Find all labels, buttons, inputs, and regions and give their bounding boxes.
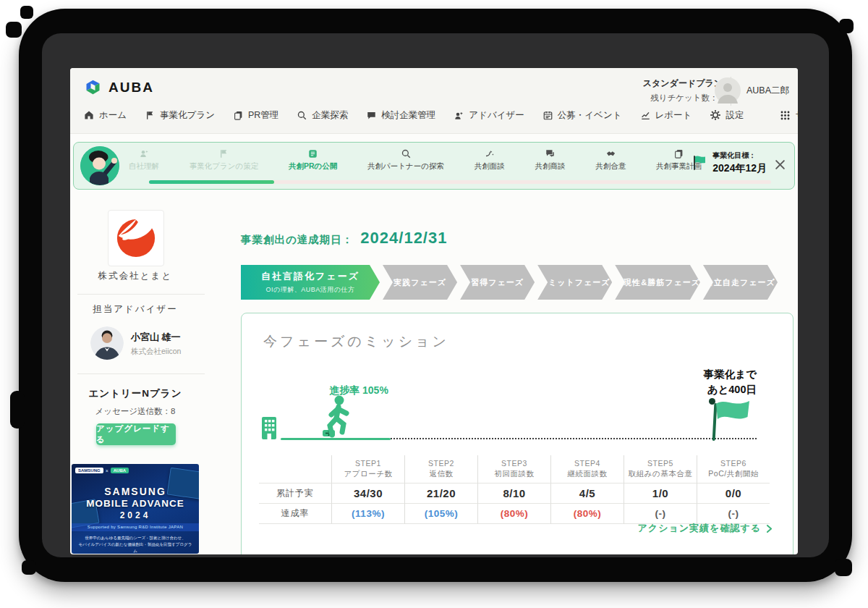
- advisor-heading: 担当アドバイザー: [77, 303, 193, 316]
- phase-practice: 実践フェーズ: [383, 265, 457, 300]
- banner-desc-1: 世界中のあらゆる最先端のシーズ・技術と掛け合わせ、: [77, 535, 194, 541]
- journey-step-negotiation[interactable]: 共創商談: [535, 148, 565, 172]
- table-header-step4: STEP4継続面談数: [550, 455, 624, 483]
- nav-item-settings[interactable]: 設定: [710, 109, 744, 122]
- nav-label: PR管理: [248, 109, 278, 122]
- table-cell-rate-6: (-): [697, 503, 770, 524]
- header: AUBA スタンダードプラン 残りチケット数：4 AUBA二郎 ホーム 事業化プ…: [70, 68, 798, 134]
- main-nav: ホーム 事業化プラン PR管理 企業探索 検討企業管理 アドバイザー: [83, 103, 788, 127]
- sidebar-divider: [77, 294, 205, 295]
- phase-self-sustained: 自立自走フェーズ: [703, 265, 778, 300]
- table-cell-actual-3: 8/10: [477, 483, 550, 503]
- countdown-line-2: あと400日: [647, 382, 757, 397]
- close-icon[interactable]: [775, 159, 786, 173]
- documents-icon: [673, 148, 684, 159]
- journey-step-label: 共創PRの公開: [289, 161, 337, 172]
- journey-step-pr[interactable]: 共創PRの公開: [289, 148, 337, 172]
- journey-step-label: 共創面談: [475, 161, 505, 172]
- table-header-step6: STEP6PoC/共創開始: [697, 455, 770, 483]
- nav-item-advisor[interactable]: アドバイザー: [454, 109, 524, 122]
- nav-label: ホーム: [99, 109, 127, 122]
- nav-label: レポート: [655, 109, 692, 122]
- nav-item-pr[interactable]: PR管理: [233, 109, 278, 122]
- nav-item-business-plan[interactable]: 事業化プラン: [145, 109, 215, 122]
- chat-icon: [366, 110, 377, 121]
- phase-label: 習得フェーズ: [471, 277, 524, 288]
- journey-step-label: 事業化プランの策定: [190, 161, 258, 172]
- journey-step-plan[interactable]: 事業化プランの策定: [190, 148, 258, 172]
- nav-item-home[interactable]: ホーム: [83, 109, 127, 122]
- journey-step-label: 自社理解: [129, 161, 159, 172]
- goal-label: 事業化目標：: [712, 151, 767, 161]
- flag-icon: [145, 110, 156, 121]
- advisor-company: 株式会社eiicon: [131, 347, 181, 357]
- journey-progress-track: [149, 180, 771, 184]
- journey-banner: 自社理解 事業化プランの策定 共創PRの公開 共創パートナーの探索 共創面談 共…: [73, 142, 795, 190]
- message-count: メッセージ送信数：8: [77, 406, 193, 417]
- nav-item-services[interactable]: サービス: [780, 109, 798, 122]
- runner-illustration: [317, 394, 354, 442]
- sidebar-plan-name: エントリーNプラン: [77, 387, 193, 400]
- nav-item-events[interactable]: 公募・イベント: [542, 109, 622, 122]
- flag-icon: [218, 148, 229, 159]
- sidebar-divider: [77, 373, 205, 374]
- nav-label: 検討企業管理: [381, 109, 435, 122]
- banner-title-3: 2024: [72, 510, 199, 520]
- goal-flag-icon: [692, 154, 707, 172]
- report-icon: [640, 110, 651, 121]
- phase-label: 再現性&勝筋フェーズ: [615, 277, 700, 288]
- chat-icon: [545, 148, 556, 159]
- phase-commit: コミットフェーズ: [537, 265, 612, 300]
- nav-item-report[interactable]: レポート: [640, 109, 692, 122]
- table-header-step2: STEP2返信数: [404, 455, 477, 483]
- badge-separator: ×: [106, 468, 109, 473]
- advisor-photo: [90, 326, 124, 360]
- journey-avatar: [80, 146, 119, 185]
- table-cell-rate-2: (105%): [404, 503, 477, 524]
- greeting-icon: [484, 148, 495, 159]
- table-cell-actual-4: 4/5: [550, 483, 624, 503]
- table-cell-actual-1: 34/30: [331, 483, 404, 503]
- logo[interactable]: AUBA: [83, 77, 154, 97]
- advisor-icon: [454, 110, 464, 121]
- company-name: 株式会社とまと: [77, 270, 193, 282]
- table-corner-cell: [259, 455, 331, 483]
- nav-label: サービス: [795, 109, 798, 122]
- journey-step-agreement[interactable]: 共創合意: [595, 148, 626, 172]
- journey-step-meeting[interactable]: 共創面談: [475, 148, 505, 172]
- journey-step-partner-search[interactable]: 共創パートナーの探索: [367, 148, 444, 172]
- app-screen: AUBA スタンダードプラン 残りチケット数：4 AUBA二郎 ホーム 事業化プ…: [70, 68, 798, 554]
- countdown-text: 事業化まで あと400日: [647, 367, 757, 397]
- banner-badges: SAMSUNG × AUBA: [75, 468, 129, 473]
- goal-value: 2024年12月: [712, 162, 767, 175]
- action-history-link[interactable]: アクション実績を確認する: [638, 522, 774, 535]
- gear-icon: [710, 109, 721, 121]
- banner-desc-2: モバイルデバイスの新たな価値創出・製品化を目指すプログラム: [77, 542, 194, 554]
- nav-item-search[interactable]: 企業探索: [297, 109, 348, 122]
- journey-goal: 事業化目標： 2024年12月: [692, 151, 767, 175]
- deadline-value: 2024/12/31: [360, 229, 447, 248]
- nav-label: 事業化プラン: [160, 109, 215, 122]
- journey-step-label: 共創合意: [595, 161, 626, 172]
- calendar-icon: [542, 110, 553, 121]
- phase-self-verbalization: 自社言語化フェーズ OIの理解、AUBA活用の仕方: [241, 265, 380, 300]
- journey-step-label: 共創商談: [535, 161, 565, 172]
- frame-blob: [20, 6, 33, 19]
- table-cell-actual-2: 21/20: [404, 483, 477, 503]
- banner-subtitle: Supported by Samsung R&D Institute JAPAN: [72, 523, 199, 531]
- user-menu[interactable]: AUBA二郎: [715, 77, 789, 104]
- nav-label: 設定: [726, 109, 744, 122]
- frame-blob: [10, 391, 25, 428]
- table-header-step3: STEP3初回面談数: [477, 455, 550, 483]
- table-row-label-rate: 達成率: [259, 503, 331, 524]
- samsung-campaign-banner[interactable]: SAMSUNG × AUBA SAMSUNG MOBILE ADVANCE 20…: [72, 464, 199, 554]
- journey-step-understand[interactable]: 自社理解: [129, 148, 159, 172]
- building-icon: [260, 416, 278, 443]
- nav-label: 公募・イベント: [558, 109, 622, 122]
- phase-label: 実践フェーズ: [393, 277, 446, 288]
- upgrade-button[interactable]: アップグレードする: [96, 423, 176, 445]
- plan-info: スタンダードプラン 残りチケット数：4: [643, 77, 723, 104]
- nav-item-candidates[interactable]: 検討企業管理: [366, 109, 435, 122]
- action-link-label: アクション実績を確認する: [638, 522, 761, 535]
- table-header-step1: STEP1アプローチ数: [331, 455, 404, 483]
